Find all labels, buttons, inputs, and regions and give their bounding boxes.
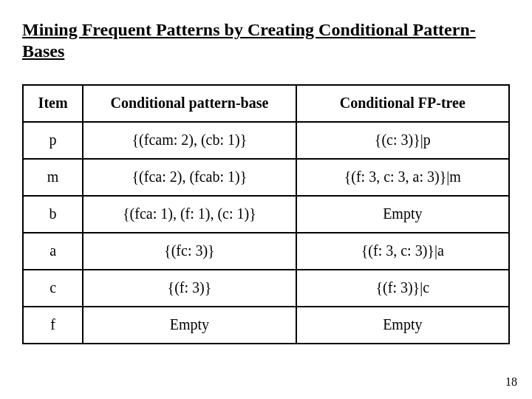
table-row: f Empty Empty [23,307,509,344]
cell-item: f [23,307,83,344]
header-cpb: Conditional pattern-base [83,85,296,122]
cell-cpb: Empty [83,307,296,344]
cell-item: c [23,270,83,307]
cell-fpt: {(f: 3)}|c [296,270,509,307]
cell-cpb: {(fca: 2), (fcab: 1)} [83,159,296,196]
table-row: p {(fcam: 2), (cb: 1)} {(c: 3)}|p [23,122,509,159]
page-number: 18 [505,375,517,389]
cell-item: m [23,159,83,196]
cell-item: p [23,122,83,159]
table-row: m {(fca: 2), (fcab: 1)} {(f: 3, c: 3, a:… [23,159,509,196]
slide: Mining Frequent Patterns by Creating Con… [0,0,532,399]
cell-cpb: {(fca: 1), (f: 1), (c: 1)} [83,196,296,233]
table-row: b {(fca: 1), (f: 1), (c: 1)} Empty [23,196,509,233]
header-fpt: Conditional FP-tree [296,85,509,122]
cell-fpt: {(f: 3, c: 3, a: 3)}|m [296,159,509,196]
cell-fpt: {(f: 3, c: 3)}|a [296,233,509,270]
cell-cpb: {(fcam: 2), (cb: 1)} [83,122,296,159]
cell-item: b [23,196,83,233]
cell-item: a [23,233,83,270]
slide-title: Mining Frequent Patterns by Creating Con… [22,19,510,62]
cell-fpt: {(c: 3)}|p [296,122,509,159]
cell-fpt: Empty [296,196,509,233]
table-header-row: Item Conditional pattern-base Conditiona… [23,85,509,122]
cell-cpb: {(f: 3)} [83,270,296,307]
cell-cpb: {(fc: 3)} [83,233,296,270]
table-row: a {(fc: 3)} {(f: 3, c: 3)}|a [23,233,509,270]
table-row: c {(f: 3)} {(f: 3)}|c [23,270,509,307]
header-item: Item [23,85,83,122]
fp-table: Item Conditional pattern-base Conditiona… [22,84,510,344]
cell-fpt: Empty [296,307,509,344]
